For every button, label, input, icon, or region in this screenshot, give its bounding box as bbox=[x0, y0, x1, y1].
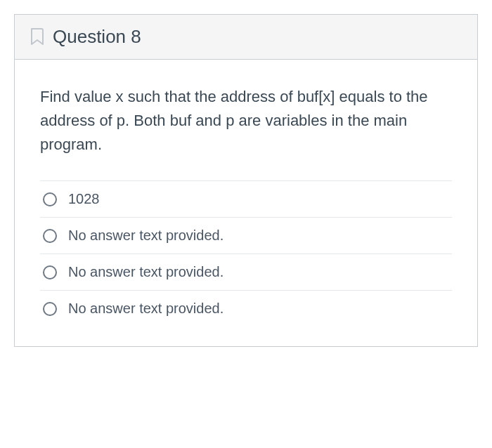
bookmark-icon bbox=[29, 27, 46, 47]
option-label: No answer text provided. bbox=[68, 228, 224, 244]
option-3[interactable]: No answer text provided. bbox=[40, 291, 452, 327]
radio-icon bbox=[43, 192, 57, 206]
question-header: Question 8 bbox=[15, 15, 477, 60]
option-label: 1028 bbox=[68, 191, 100, 207]
radio-icon bbox=[43, 229, 57, 243]
option-label: No answer text provided. bbox=[68, 301, 224, 317]
question-text: Find value x such that the address of bu… bbox=[40, 85, 452, 157]
option-1[interactable]: No answer text provided. bbox=[40, 218, 452, 254]
option-label: No answer text provided. bbox=[68, 264, 224, 280]
question-body: Find value x such that the address of bu… bbox=[15, 60, 477, 346]
question-title: Question 8 bbox=[53, 26, 141, 48]
question-card: Question 8 Find value x such that the ad… bbox=[14, 14, 478, 347]
option-2[interactable]: No answer text provided. bbox=[40, 254, 452, 291]
options-list: 1028 No answer text provided. No answer … bbox=[40, 180, 452, 327]
radio-icon bbox=[43, 302, 57, 316]
radio-icon bbox=[43, 265, 57, 279]
option-0[interactable]: 1028 bbox=[40, 181, 452, 218]
